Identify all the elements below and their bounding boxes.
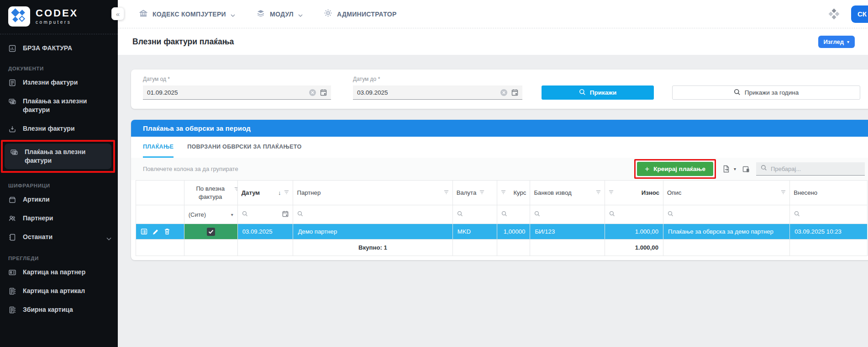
calendar-icon[interactable] bbox=[282, 210, 289, 219]
sidebar-item-others[interactable]: Останати bbox=[0, 228, 118, 248]
plus-icon: + bbox=[645, 165, 649, 173]
delete-trash-icon[interactable] bbox=[164, 228, 170, 235]
filter-icon[interactable] bbox=[234, 186, 238, 193]
search-icon bbox=[761, 165, 767, 173]
clear-icon[interactable] bbox=[309, 89, 316, 96]
search-icon bbox=[734, 89, 741, 97]
page-header: Влезни фактури плаќања Изглед ▾ bbox=[118, 28, 868, 55]
tab-payment[interactable]: ПЛАЌАЊЕ bbox=[143, 137, 174, 158]
filter-by-invoice[interactable]: (Сите)▾ bbox=[184, 205, 237, 224]
create-payment-button[interactable]: + Креирај плаќање bbox=[637, 162, 713, 176]
col-bank-statement[interactable]: Банков извод bbox=[530, 181, 605, 205]
collapse-icon: « bbox=[116, 10, 120, 18]
edit-pencil-icon[interactable] bbox=[153, 229, 159, 235]
filter-icon[interactable] bbox=[479, 189, 484, 196]
module-menu[interactable]: МОДУЛ bbox=[256, 9, 303, 20]
filter-icon[interactable] bbox=[501, 189, 506, 196]
show-year-button[interactable]: Прикажи за година bbox=[672, 85, 860, 100]
row-currency-cell: MKD bbox=[452, 224, 497, 240]
user-avatar-button[interactable]: СК bbox=[851, 5, 868, 23]
date-to-input[interactable] bbox=[357, 89, 496, 96]
search-icon bbox=[457, 210, 463, 219]
highlight-box-sidebar: Плаќања за влезни фактури bbox=[1, 140, 115, 173]
sidebar-item-label: Артикли bbox=[23, 195, 50, 204]
filter-icon[interactable] bbox=[781, 189, 786, 196]
sidebar-item-payments-incoming[interactable]: Плаќања за влезни фактури bbox=[5, 144, 111, 169]
company-menu[interactable]: КОДЕКС КОМПЈУТЕРИ bbox=[139, 9, 235, 20]
sidebar-item-incoming-invoices[interactable]: Влезни фактури bbox=[0, 119, 118, 138]
company-menu-label: КОДЕКС КОМПЈУТЕРИ bbox=[153, 11, 226, 18]
filter-date[interactable] bbox=[237, 205, 293, 224]
sidebar-item-partner-card[interactable]: Картица на партнер bbox=[0, 263, 118, 282]
calendar-icon[interactable] bbox=[511, 89, 518, 96]
col-description[interactable]: Опис bbox=[663, 181, 790, 205]
search-icon bbox=[534, 210, 540, 219]
row-by-invoice-cell bbox=[184, 224, 237, 240]
filter-description[interactable] bbox=[663, 205, 790, 224]
filter-icon[interactable] bbox=[596, 189, 601, 196]
chevron-down-icon bbox=[106, 234, 111, 243]
sidebar-item-partners[interactable]: Партнери bbox=[0, 209, 118, 228]
brand-name: CODEX bbox=[36, 8, 78, 18]
show-button-label: Прикажи bbox=[590, 89, 616, 96]
filter-currency[interactable] bbox=[452, 205, 497, 224]
codex-logo-icon bbox=[8, 6, 30, 27]
date-from-input[interactable] bbox=[147, 89, 305, 96]
sidebar-item-label: Картица на партнер bbox=[23, 268, 85, 277]
details-icon[interactable] bbox=[141, 228, 147, 235]
filter-partner[interactable] bbox=[293, 205, 452, 224]
show-year-button-label: Прикажи за година bbox=[745, 89, 799, 96]
col-rate[interactable]: Курс bbox=[497, 181, 530, 205]
tab-related-obligations[interactable]: ПОВРЗАНИ ОБВРСКИ ЗА ПЛАЌАЊЕТО bbox=[187, 137, 301, 158]
sidebar-item-quick-invoice[interactable]: БРЗА ФАКТУРА bbox=[0, 39, 118, 58]
table-header-row: По влезна фактура Датум↓ Партнер Валута bbox=[136, 181, 868, 205]
show-button[interactable]: Прикажи bbox=[542, 85, 654, 100]
filter-icon[interactable] bbox=[444, 189, 449, 196]
col-partner[interactable]: Партнер bbox=[293, 181, 452, 205]
table-footer-row: Вкупно: 1 1.000,00 bbox=[136, 240, 868, 256]
col-date[interactable]: Датум↓ bbox=[237, 181, 293, 205]
clear-icon[interactable] bbox=[500, 89, 508, 96]
money-payment-icon bbox=[10, 148, 18, 156]
table-row[interactable]: 03.09.2025 Демо партнер MKD 1,00000 БИ/1… bbox=[136, 224, 868, 240]
export-menu-caret-icon[interactable]: ▾ bbox=[734, 166, 736, 171]
row-date-cell: 03.09.2025 bbox=[237, 224, 293, 240]
col-entered[interactable]: Внесено bbox=[790, 181, 868, 205]
filter-amount[interactable] bbox=[605, 205, 663, 224]
caret-down-icon[interactable]: ▾ bbox=[231, 212, 233, 217]
col-amount[interactable]: Износ bbox=[605, 181, 663, 205]
search-icon bbox=[297, 210, 303, 219]
sidebar-item-summary-card[interactable]: Збирна картица bbox=[0, 300, 118, 319]
export-icon[interactable] bbox=[722, 165, 731, 173]
calendar-icon[interactable] bbox=[320, 89, 327, 96]
administrator-menu[interactable]: АДМИНИСТРАТОР bbox=[324, 9, 397, 19]
row-bank-cell: БИ/123 bbox=[530, 224, 605, 240]
document-lines-icon bbox=[8, 306, 16, 314]
app-logo[interactable]: CODEX computers bbox=[0, 0, 118, 34]
sort-desc-icon[interactable]: ↓ bbox=[278, 189, 281, 196]
filter-entered[interactable] bbox=[790, 205, 868, 224]
checkbox-checked[interactable] bbox=[207, 228, 215, 236]
sidebar-section-documents: ДОКУМЕНТИ bbox=[0, 58, 118, 73]
sidebar-item-outgoing-invoices[interactable]: Излезни фактури bbox=[0, 73, 118, 92]
sidebar-item-article-card[interactable]: Картица на артикал bbox=[0, 282, 118, 300]
date-from-label: Датум од * bbox=[143, 76, 331, 82]
grid-search-input[interactable] bbox=[771, 165, 860, 172]
filter-bank-statement[interactable] bbox=[530, 205, 605, 224]
filter-icon[interactable] bbox=[284, 189, 289, 196]
filter-icon[interactable] bbox=[609, 189, 614, 196]
sidebar-item-articles[interactable]: Артикли bbox=[0, 190, 118, 209]
caret-down-icon: ▾ bbox=[847, 39, 849, 44]
date-filter-card: Датум од * Датум до * bbox=[131, 69, 868, 109]
sidebar-item-payments-outgoing[interactable]: Плаќања за излезни фактури bbox=[0, 92, 118, 119]
sidebar-collapse-button[interactable]: « bbox=[111, 7, 124, 20]
col-by-invoice[interactable]: По влезна фактура bbox=[184, 181, 237, 205]
column-chooser-icon[interactable] bbox=[742, 165, 750, 173]
apps-diamond-icon[interactable] bbox=[829, 9, 839, 19]
view-button[interactable]: Изглед ▾ bbox=[818, 36, 855, 48]
col-currency[interactable]: Валута bbox=[452, 181, 497, 205]
filter-rate[interactable] bbox=[497, 205, 530, 224]
search-icon bbox=[794, 210, 800, 219]
search-icon bbox=[242, 210, 248, 219]
grid-search bbox=[756, 162, 865, 176]
